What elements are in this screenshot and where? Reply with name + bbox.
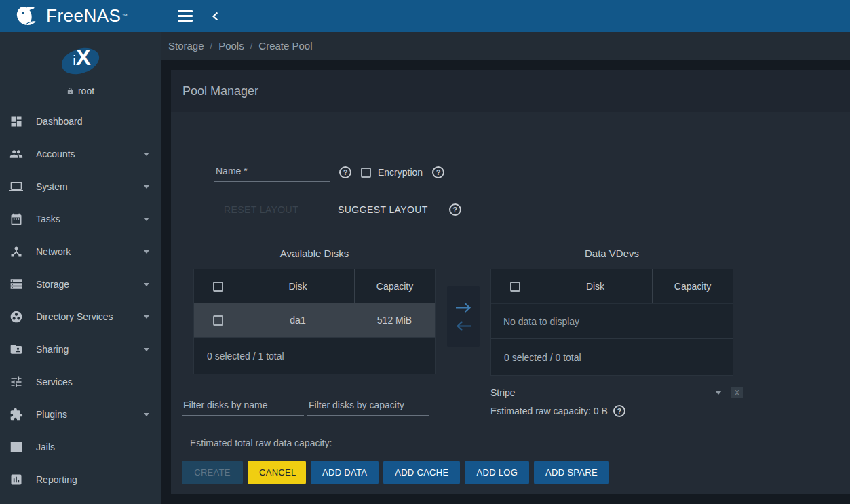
vdev-layout-select[interactable]: Stripe X — [490, 387, 743, 398]
sidebar-item-directory-services[interactable]: Directory Services — [0, 301, 161, 333]
available-disks-table: Disk Capacity da1 512 MiB 0 selected / 1… — [193, 269, 436, 374]
available-select-all-checkbox[interactable] — [213, 282, 223, 292]
top-header-bar: FreeNAS™ — [0, 0, 850, 32]
ix-systems-logo: iX — [58, 43, 103, 79]
chevron-down-icon — [715, 391, 722, 395]
top-toolbar — [161, 0, 221, 32]
sidebar-item-plugins[interactable]: Plugins — [0, 398, 161, 431]
encryption-checkbox[interactable] — [361, 168, 371, 178]
trademark-symbol: ™ — [121, 13, 127, 19]
storage-server-icon — [9, 277, 23, 291]
sidebar-item-tasks[interactable]: Tasks — [0, 203, 161, 235]
filter-disks-by-capacity-input[interactable] — [307, 397, 429, 416]
chevron-down-icon — [144, 185, 149, 189]
vdev-layout-value: Stripe — [490, 387, 715, 398]
available-selection-summary: 0 selected / 1 total — [194, 337, 435, 374]
remove-vdev-button[interactable]: X — [731, 387, 743, 398]
chevron-down-icon — [144, 315, 149, 319]
accounts-people-icon — [9, 147, 23, 161]
sidebar: iX root Dashboard Accounts — [0, 32, 161, 504]
reporting-chart-icon — [9, 473, 23, 486]
data-vdevs-title: Data VDevs — [490, 248, 733, 269]
cancel-button[interactable]: CANCEL — [248, 461, 306, 484]
vdev-selection-summary: 0 selected / 0 total — [491, 338, 733, 375]
plugins-puzzle-icon — [9, 408, 23, 421]
sharing-folder-icon — [9, 343, 23, 356]
estimated-raw-capacity-label: Estimated raw capacity: 0 B — [490, 406, 608, 416]
encryption-label: Encryption — [378, 167, 423, 178]
main-area: Storage / Pools / Create Pool Pool Manag… — [161, 32, 850, 504]
sidebar-item-sharing[interactable]: Sharing — [0, 333, 161, 366]
lock-icon — [66, 87, 74, 96]
jails-cage-icon — [9, 440, 23, 454]
chevron-down-icon — [144, 153, 149, 156]
available-disks-title: Available Disks — [193, 248, 436, 269]
directory-services-icon — [9, 310, 23, 324]
move-right-arrow-button[interactable] — [455, 301, 473, 314]
disk-da1-checkbox[interactable] — [213, 315, 223, 326]
page-title: Pool Manager — [182, 84, 258, 98]
user-panel: iX root — [0, 32, 161, 96]
logged-in-user: root — [0, 85, 161, 96]
dashboard-icon — [9, 115, 23, 128]
chevron-down-icon — [144, 283, 149, 286]
sidebar-item-network[interactable]: Network — [0, 235, 161, 268]
suggest-layout-help-icon[interactable]: ? — [449, 203, 461, 216]
sidebar-item-services[interactable]: Services — [0, 366, 161, 398]
add-data-button[interactable]: ADD DATA — [311, 461, 379, 484]
breadcrumb-storage[interactable]: Storage — [168, 40, 204, 52]
username-label: root — [78, 85, 94, 96]
services-tune-icon — [9, 375, 23, 389]
back-chevron-icon[interactable] — [210, 11, 221, 22]
breadcrumb: Storage / Pools / Create Pool — [161, 32, 850, 60]
network-hub-icon — [9, 245, 23, 258]
add-log-button[interactable]: ADD LOG — [465, 461, 529, 484]
chevron-down-icon — [144, 250, 149, 254]
available-column-capacity: Capacity — [354, 269, 435, 303]
sidebar-item-system[interactable]: System — [0, 170, 161, 203]
vdev-empty-message: No data to display — [491, 303, 733, 338]
encryption-help-icon[interactable]: ? — [432, 166, 444, 178]
disk-capacity-cell: 512 MiB — [354, 303, 435, 337]
sidebar-item-storage[interactable]: Storage — [0, 268, 161, 301]
breadcrumb-pools[interactable]: Pools — [218, 40, 244, 52]
add-spare-button[interactable]: ADD SPARE — [534, 461, 609, 484]
estimated-raw-capacity-help-icon[interactable]: ? — [613, 405, 625, 417]
vdev-select-all-checkbox[interactable] — [510, 282, 520, 292]
page-content: Pool Manager ? Encryption ? — [161, 60, 850, 504]
move-left-arrow-button[interactable] — [455, 319, 473, 332]
freenas-app: FreeNAS™ iX root — [0, 0, 850, 504]
estimated-total-capacity-label: Estimated total raw data capacity: — [171, 438, 850, 448]
menu-hamburger-icon[interactable] — [178, 10, 193, 22]
sidebar-item-reporting[interactable]: Reporting — [0, 463, 161, 496]
breadcrumb-separator: / — [250, 41, 253, 51]
pool-name-input[interactable] — [214, 163, 330, 182]
breadcrumb-separator: / — [210, 41, 213, 51]
sidebar-nav: Dashboard Accounts System Tasks — [0, 105, 161, 496]
disk-transfer-panel — [447, 286, 480, 347]
tasks-calendar-icon — [9, 212, 23, 226]
sidebar-item-dashboard[interactable]: Dashboard — [0, 105, 161, 138]
chevron-down-icon — [144, 218, 149, 221]
filter-disks-by-name-input[interactable] — [182, 397, 304, 416]
add-cache-button[interactable]: ADD CACHE — [383, 461, 460, 484]
breadcrumb-create-pool: Create Pool — [258, 40, 312, 52]
sidebar-item-accounts[interactable]: Accounts — [0, 138, 161, 170]
sidebar-item-jails[interactable]: Jails — [0, 431, 161, 463]
available-column-disk: Disk — [242, 281, 354, 292]
system-laptop-icon — [9, 180, 23, 193]
brand-name: FreeNAS — [46, 5, 121, 26]
action-buttons: CREATE CANCEL ADD DATA ADD CACHE ADD LOG… — [171, 461, 850, 484]
brand-logo[interactable]: FreeNAS™ — [0, 0, 161, 32]
suggest-layout-button[interactable]: SUGGEST LAYOUT — [330, 199, 436, 220]
disk-row-da1[interactable]: da1 512 MiB — [194, 303, 435, 337]
shark-logo-icon — [15, 5, 41, 27]
create-button[interactable]: CREATE — [182, 461, 243, 484]
vdev-column-capacity: Capacity — [652, 269, 733, 303]
name-help-icon[interactable]: ? — [339, 166, 351, 178]
chevron-down-icon — [144, 413, 149, 416]
reset-layout-button: RESET LAYOUT — [216, 199, 307, 220]
vdev-column-disk: Disk — [539, 281, 652, 292]
pool-manager-card: Pool Manager ? Encryption ? — [171, 70, 850, 494]
data-vdevs-table: Disk Capacity No data to display 0 selec… — [490, 269, 733, 376]
